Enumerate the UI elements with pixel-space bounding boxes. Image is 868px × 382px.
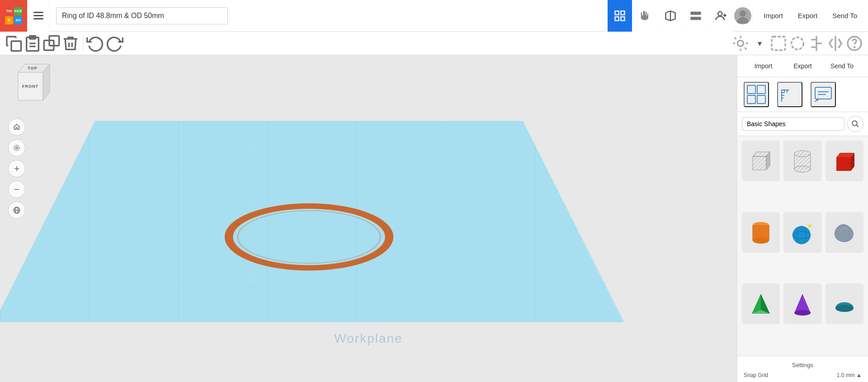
svg-point-84 <box>753 237 769 244</box>
light-tool-button[interactable] <box>731 34 750 52</box>
undo-button[interactable] <box>86 34 104 52</box>
toolbar-separator-1 <box>83 37 83 50</box>
view-cube[interactable]: TOP FRONT <box>9 60 57 107</box>
shapes-grid: ★ <box>737 136 868 356</box>
pyramid-shape-item[interactable] <box>742 283 780 324</box>
svg-point-76 <box>794 166 811 172</box>
rock-shape-item[interactable] <box>826 212 863 253</box>
svg-point-26 <box>792 37 804 49</box>
svg-rect-0 <box>615 11 619 14</box>
chat-panel-button[interactable] <box>811 82 836 107</box>
svg-point-10 <box>740 10 746 17</box>
add-user-button[interactable] <box>709 0 733 32</box>
panel-export-button[interactable]: Export <box>783 60 822 72</box>
svg-rect-55 <box>747 95 755 104</box>
fit-view-button[interactable] <box>8 139 25 156</box>
svg-rect-53 <box>747 85 755 94</box>
svg-rect-5 <box>691 11 701 14</box>
redo-button[interactable] <box>105 34 123 52</box>
copy-button[interactable] <box>5 34 23 52</box>
svg-marker-69 <box>753 156 766 170</box>
light-dropdown-button[interactable]: ▾ <box>750 34 769 52</box>
delete-button[interactable] <box>61 34 80 52</box>
snap-grid-value[interactable]: 1.0 mm ▲ <box>837 372 862 378</box>
panel-import-button[interactable]: Import <box>744 60 783 72</box>
snap-row: Snap Grid 1.0 mm ▲ <box>744 372 862 378</box>
right-panel: Import Export Send To <box>737 55 868 382</box>
svg-rect-54 <box>757 85 765 94</box>
svg-rect-62 <box>815 87 831 99</box>
user-avatar[interactable] <box>734 7 751 24</box>
panel-bottom: Settings Snap Grid 1.0 mm ▲ <box>737 356 868 382</box>
align-button[interactable] <box>807 34 826 52</box>
cone-shape-item[interactable] <box>783 283 821 324</box>
shape-outline-button[interactable] <box>769 34 788 52</box>
dome-shape-item[interactable] <box>826 283 863 324</box>
svg-rect-1 <box>621 11 625 14</box>
zoom-out-button[interactable] <box>8 181 25 198</box>
svg-point-46 <box>14 145 19 151</box>
svg-rect-3 <box>621 17 625 20</box>
panel-search-row: Basic Shapes Letters Text Connectors <box>737 112 868 136</box>
tinkercad-logo: TIN KER C AD <box>0 0 27 32</box>
hamburger-button[interactable] <box>27 0 50 32</box>
svg-point-65 <box>852 121 857 126</box>
svg-point-94 <box>835 305 854 312</box>
panel-view-icons <box>737 77 868 112</box>
perspective-button[interactable] <box>8 202 25 219</box>
project-title-input[interactable] <box>56 7 228 24</box>
snap-grid-label: Snap Grid <box>744 372 768 378</box>
paste-button[interactable] <box>24 34 42 52</box>
hand-tool-button[interactable] <box>633 0 657 32</box>
ruler-panel-button[interactable] <box>777 82 802 107</box>
search-shapes-button[interactable] <box>847 116 863 132</box>
svg-point-7 <box>718 11 722 15</box>
svg-text:TOP: TOP <box>28 66 37 71</box>
shape-solid-button[interactable] <box>788 34 807 52</box>
svg-text:FRONT: FRONT <box>22 84 38 89</box>
svg-point-45 <box>16 147 18 149</box>
settings-label[interactable]: Settings <box>744 360 862 370</box>
red-box-shape-item[interactable] <box>826 141 863 181</box>
panel-actions: Import Export Send To <box>737 55 868 77</box>
zoom-in-button[interactable] <box>8 160 25 177</box>
import-button[interactable]: Import <box>757 8 789 23</box>
svg-point-33 <box>854 47 855 47</box>
svg-point-93 <box>794 310 811 316</box>
node-tool-button[interactable] <box>658 0 683 32</box>
shape-category-select[interactable]: Basic Shapes Letters Text Connectors <box>742 117 844 131</box>
svg-marker-92 <box>794 294 811 313</box>
helper-button[interactable] <box>845 34 863 52</box>
svg-marker-37 <box>0 121 624 322</box>
grid-panel-button[interactable] <box>744 82 769 107</box>
home-view-button[interactable] <box>8 118 25 136</box>
send-to-button[interactable]: Send To <box>826 8 863 23</box>
cylinder-shape-item[interactable] <box>783 141 821 181</box>
panel-send-to-button[interactable]: Send To <box>822 60 862 72</box>
svg-rect-2 <box>615 17 619 20</box>
sphere-shape-item[interactable]: ★ <box>783 212 821 253</box>
svg-marker-78 <box>836 157 851 171</box>
svg-line-22 <box>745 47 746 49</box>
export-button[interactable]: Export <box>792 8 824 23</box>
mirror-button[interactable] <box>826 34 844 52</box>
navigation-controls <box>8 118 25 219</box>
orange-cylinder-shape-item[interactable] <box>742 212 780 253</box>
grid-view-button[interactable] <box>608 0 632 32</box>
duplicate-button[interactable] <box>42 34 61 52</box>
svg-rect-56 <box>757 95 765 104</box>
3d-viewport[interactable]: Workplane TOP FRONT <box>0 55 737 382</box>
svg-rect-25 <box>772 37 785 50</box>
svg-text:★: ★ <box>807 222 813 229</box>
svg-rect-6 <box>691 17 701 20</box>
svg-line-21 <box>735 38 736 39</box>
svg-rect-11 <box>11 41 21 51</box>
layers-button[interactable] <box>684 0 708 32</box>
svg-point-18 <box>737 40 743 46</box>
svg-line-66 <box>856 125 859 127</box>
workplane-grid <box>0 55 737 382</box>
box-shape-item[interactable] <box>742 141 780 181</box>
